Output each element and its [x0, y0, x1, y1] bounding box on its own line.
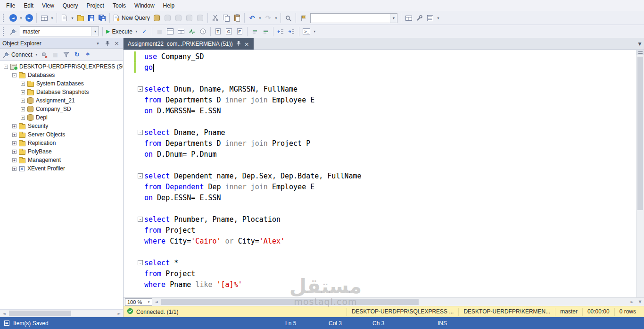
change-connection-button[interactable] [8, 26, 18, 37]
scroll-left-icon[interactable]: ◄ [0, 310, 8, 318]
sql-toolbar-options-dropdown[interactable]: ▾ [312, 26, 317, 37]
collapse-icon[interactable]: - [4, 65, 8, 69]
code-line[interactable] [124, 116, 636, 127]
execute-dropdown[interactable]: ▾ [134, 26, 139, 37]
tree-item-polybase[interactable]: +PolyBase [0, 147, 123, 156]
code-line[interactable]: on Dep.ESSN= E.SSN [124, 192, 636, 203]
include-actual-plan-button[interactable] [176, 26, 187, 37]
toolbar-grip[interactable] [3, 27, 5, 36]
tree-item-security[interactable]: +Security [0, 122, 123, 130]
scroll-track[interactable] [8, 310, 115, 317]
paste-button[interactable] [231, 13, 242, 24]
code-line[interactable]: where Pname like '[a]%' [124, 279, 636, 290]
splitter-handle[interactable] [636, 50, 644, 55]
code-line[interactable]: on D.MGRSSN= E.SSN [124, 105, 636, 116]
zoom-dropdown-icon[interactable]: ▾ [146, 300, 152, 304]
object-explorer-hscrollbar[interactable]: ◄ ► [0, 309, 123, 317]
vscroll-thumb[interactable] [637, 57, 643, 210]
options-button[interactable]: * [83, 49, 93, 60]
code-line[interactable]: from Project [124, 225, 636, 236]
save-button[interactable] [86, 13, 97, 24]
window-menu-icon[interactable]: ▾ [94, 39, 102, 47]
expand-icon[interactable]: + [21, 99, 25, 103]
expand-icon[interactable]: + [21, 82, 25, 86]
code-editor[interactable]: use Company_SDgo-select Dnum, Dname, MGR… [124, 50, 636, 297]
filter-button[interactable] [61, 49, 72, 60]
scroll-right-icon[interactable]: ► [115, 310, 123, 318]
nav-forward-button[interactable]: ► [24, 13, 34, 24]
find-button[interactable] [283, 13, 294, 24]
fold-collapse-icon[interactable]: - [138, 86, 143, 92]
code-line[interactable] [124, 73, 636, 84]
tab-close-icon[interactable]: × [244, 41, 249, 47]
available-databases-combo[interactable]: master▾ [20, 26, 99, 36]
expand-icon[interactable]: + [12, 167, 17, 171]
refresh-button[interactable]: ↻ [72, 49, 83, 60]
nav-back-button[interactable]: ◄ [8, 13, 18, 24]
cut-button[interactable] [210, 13, 221, 24]
available-databases-combo-dropdown-icon[interactable]: ▾ [91, 27, 99, 36]
menu-file[interactable]: File [2, 0, 19, 11]
nav-back-dropdown[interactable]: ▾ [18, 13, 24, 24]
code-line[interactable]: where City='Cairo' or City='Alex' [124, 236, 636, 246]
toolbar-grip[interactable] [3, 14, 5, 22]
menu-help[interactable]: Help [159, 0, 179, 11]
fold-collapse-icon[interactable]: - [138, 173, 143, 178]
hscroll-track[interactable] [160, 298, 628, 306]
new-query-button[interactable]: New Query [112, 13, 151, 24]
tree-item-databases[interactable]: -Databases [0, 71, 123, 79]
code-line[interactable]: -select Dnum, Dname, MGRSSN, FullName [124, 84, 636, 94]
estimated-plan-button[interactable] [165, 26, 176, 37]
connect-button[interactable]: Connect [1, 49, 34, 60]
tree-item-company-sd[interactable]: +Company_SD [0, 105, 123, 113]
tree-item-database-snapshots[interactable]: +Database Snapshots [0, 88, 123, 96]
code-line[interactable]: from Dependent Dep inner join Employee E [124, 181, 636, 192]
code-line[interactable]: from Departments D inner join Project P [124, 138, 636, 149]
save-all-button[interactable] [97, 13, 107, 24]
expand-icon[interactable]: + [21, 107, 25, 111]
code-line[interactable]: -select Dname, Pname [124, 127, 636, 138]
menu-view[interactable]: View [38, 0, 58, 11]
hscroll-right-icon[interactable]: ► [628, 298, 636, 306]
expand-icon[interactable]: + [12, 150, 17, 154]
undo-button[interactable]: ↶ [247, 13, 257, 24]
code-line[interactable]: -select * [124, 257, 636, 268]
vscroll-down-icon[interactable]: ▼ [636, 298, 644, 306]
code-line[interactable]: from Departments D inner join Employee E [124, 94, 636, 105]
pin-icon[interactable] [103, 39, 111, 47]
database-engine-query-button[interactable] [151, 13, 162, 24]
comment-button[interactable] [249, 26, 260, 37]
code-line[interactable]: -select Pnumber, Pname, Plocation [124, 214, 636, 225]
fold-collapse-icon[interactable]: - [138, 260, 143, 265]
code-line[interactable]: on D.Dnum= P.Dnum [124, 149, 636, 160]
close-icon[interactable]: × [113, 39, 121, 47]
tree-item-management[interactable]: +Management [0, 156, 123, 164]
tree-item-system-databases[interactable]: +System Databases [0, 79, 123, 88]
menu-edit[interactable]: Edit [19, 0, 38, 11]
client-stats-button[interactable] [198, 26, 208, 37]
code-line[interactable] [124, 246, 636, 257]
toolbar-combo-dropdown-icon[interactable]: ▾ [390, 14, 397, 23]
tree-item-depi[interactable]: +Depi [0, 113, 123, 122]
scroll-thumb[interactable] [9, 311, 71, 316]
expand-icon[interactable]: + [12, 141, 17, 145]
results-to-text-button[interactable]: T [213, 26, 223, 37]
hscroll-thumb[interactable] [161, 299, 419, 305]
fold-collapse-icon[interactable]: - [138, 217, 143, 222]
results-to-file-button[interactable]: F [234, 26, 245, 37]
code-line[interactable]: use Company_SD [124, 51, 636, 62]
connect-dropdown[interactable]: ▾ [34, 49, 39, 60]
collapse-icon[interactable]: - [12, 73, 17, 77]
increase-indent-button[interactable] [286, 26, 297, 37]
menu-window[interactable]: Window [130, 0, 159, 11]
code-line[interactable]: from Project [124, 268, 636, 279]
editor-vscrollbar[interactable] [636, 50, 644, 297]
window-layout-dropdown[interactable]: ▾ [50, 13, 55, 24]
results-to-grid-button[interactable]: G [223, 26, 234, 37]
zoom-select[interactable]: 100 % ▾ [125, 298, 152, 306]
registered-servers-button[interactable] [403, 13, 414, 24]
code-line[interactable]: go [124, 62, 636, 73]
menu-query[interactable]: Query [58, 0, 83, 11]
toolbar-combo[interactable]: ▾ [310, 13, 397, 23]
execute-button[interactable]: ▶Execute [105, 26, 134, 37]
